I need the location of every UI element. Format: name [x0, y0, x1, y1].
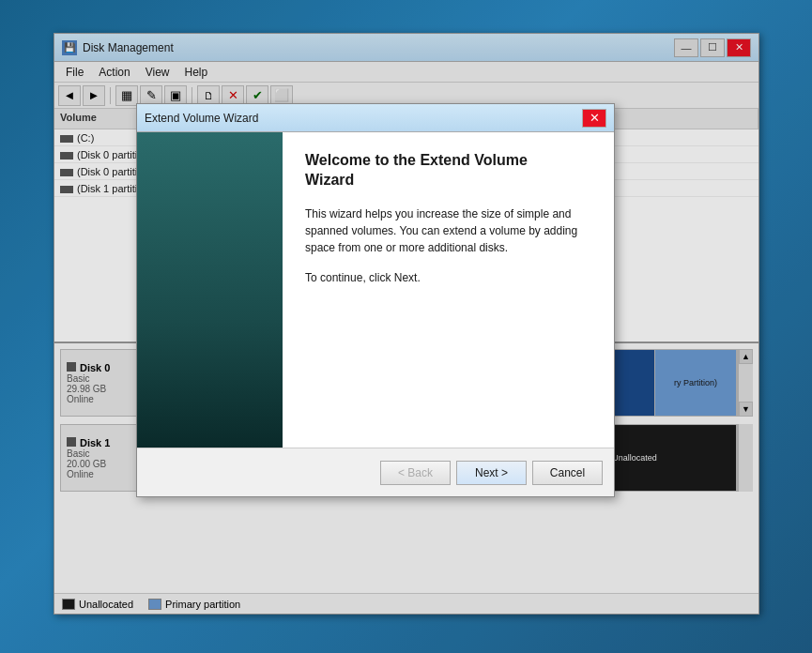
- extend-volume-dialog: Extend Volume Wizard ✕ Welcome to the Ex…: [136, 103, 615, 497]
- next-button[interactable]: Next >: [456, 461, 527, 485]
- dialog-content: Welcome to the Extend VolumeWizard This …: [283, 132, 614, 448]
- dialog-title-bar: Extend Volume Wizard ✕: [137, 104, 614, 132]
- dialog-description: This wizard helps you increase the size …: [305, 205, 591, 256]
- dialog-continue-text: To continue, click Next.: [305, 271, 591, 284]
- dialog-body: Welcome to the Extend VolumeWizard This …: [137, 132, 614, 448]
- dialog-welcome-title: Welcome to the Extend VolumeWizard: [305, 151, 591, 190]
- dialog-footer: < Back Next > Cancel: [137, 448, 614, 496]
- dialog-title: Extend Volume Wizard: [145, 112, 582, 125]
- dialog-sidebar: [137, 132, 283, 448]
- cancel-button[interactable]: Cancel: [532, 461, 603, 485]
- back-button[interactable]: < Back: [380, 461, 451, 485]
- dialog-overlay: Extend Volume Wizard ✕ Welcome to the Ex…: [0, 0, 812, 653]
- dialog-close-button[interactable]: ✕: [582, 109, 606, 128]
